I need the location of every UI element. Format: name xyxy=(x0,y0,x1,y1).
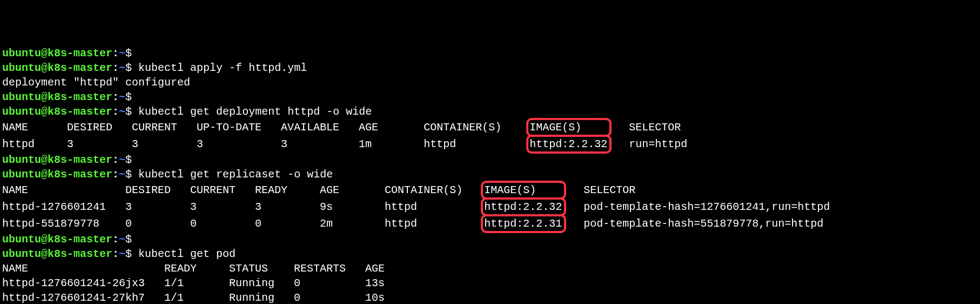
prompt-user: ubuntu@k8s-master xyxy=(2,233,112,246)
prompt-sep: : xyxy=(112,62,119,74)
prompt-user: ubuntu@k8s-master xyxy=(2,168,112,181)
prompt-path: ~ xyxy=(119,62,125,74)
deploy-header-images: IMAGE(S) xyxy=(529,121,607,134)
prompt-user: ubuntu@k8s-master xyxy=(2,105,112,118)
prompt-dollar: $ xyxy=(125,62,138,74)
highlight-rs-image1: httpd:2.2.32 xyxy=(481,197,566,216)
prompt-dollar: $ xyxy=(125,91,138,103)
prompt-path: ~ xyxy=(119,233,125,246)
rs-header-images: IMAGE(S) xyxy=(484,184,562,196)
cmd-get-deploy[interactable]: kubectl get deployment httpd -o wide xyxy=(138,105,372,118)
rs-row2-b: pod-template-hash=551879778,run=httpd xyxy=(564,217,823,230)
prompt-dollar: $ xyxy=(125,154,138,166)
prompt-user: ubuntu@k8s-master xyxy=(2,154,112,166)
rs-row1-image: httpd:2.2.32 xyxy=(484,201,562,213)
cmd-apply[interactable]: kubectl apply -f httpd.yml xyxy=(138,62,307,74)
prompt-path: ~ xyxy=(119,91,125,103)
rs-header-a: NAME DESIRED CURRENT READY AGE CONTAINER… xyxy=(2,184,482,196)
rs-row1-b: pod-template-hash=1276601241,run=httpd xyxy=(564,201,830,213)
highlight-deploy-image-value: httpd:2.2.32 xyxy=(526,135,612,154)
rs-row2-image: httpd:2.2.31 xyxy=(484,217,562,230)
prompt-sep: : xyxy=(112,105,119,118)
rs-header-b: SELECTOR xyxy=(564,184,635,196)
prompt-path: ~ xyxy=(119,168,125,181)
highlight-deploy-images-header: IMAGE(S) xyxy=(526,118,612,137)
prompt-path: ~ xyxy=(119,154,125,166)
terminal-window[interactable]: ubuntu@k8s-master:~$ ubuntu@k8s-master:~… xyxy=(0,29,980,304)
prompt-user: ubuntu@k8s-master xyxy=(2,91,112,103)
deploy-row-b: run=httpd xyxy=(609,138,687,150)
deploy-row-a: httpd 3 3 3 3 1m httpd xyxy=(2,138,527,150)
cmd-get-pod[interactable]: kubectl get pod xyxy=(138,248,236,260)
deploy-header-a: NAME DESIRED CURRENT UP-TO-DATE AVAILABL… xyxy=(2,121,527,134)
highlight-rs-images-header: IMAGE(S) xyxy=(481,181,566,200)
pod-header: NAME READY STATUS RESTARTS AGE xyxy=(2,262,385,275)
rs-row2-a: httpd-551879778 0 0 0 2m httpd xyxy=(2,217,482,230)
prompt-sep: : xyxy=(112,47,119,60)
prompt-user: ubuntu@k8s-master xyxy=(2,62,112,74)
prompt-path: ~ xyxy=(119,105,125,118)
rs-row1-a: httpd-1276601241 3 3 3 9s httpd xyxy=(2,201,482,213)
highlight-rs-image2: httpd:2.2.31 xyxy=(481,214,566,233)
prompt-dollar: $ xyxy=(125,248,138,260)
prompt-sep: : xyxy=(112,168,119,181)
output-apply: deployment "httpd" configured xyxy=(2,76,190,89)
prompt-path: ~ xyxy=(119,248,125,260)
prompt-sep: : xyxy=(112,248,119,260)
pod-row1: httpd-1276601241-26jx3 1/1 Running 0 13s xyxy=(2,277,385,289)
prompt-user: ubuntu@k8s-master xyxy=(2,47,112,60)
prompt-dollar: $ xyxy=(125,47,138,60)
prompt-dollar: $ xyxy=(125,233,138,246)
prompt-sep: : xyxy=(112,233,119,246)
prompt-path: ~ xyxy=(119,47,125,60)
prompt-dollar: $ xyxy=(125,105,138,118)
prompt-user: ubuntu@k8s-master xyxy=(2,248,112,260)
prompt-dollar: $ xyxy=(125,168,138,181)
pod-row2: httpd-1276601241-27kh7 1/1 Running 0 10s xyxy=(2,292,385,304)
deploy-row-image: httpd:2.2.32 xyxy=(529,138,607,150)
cmd-get-rs[interactable]: kubectl get replicaset -o wide xyxy=(138,168,333,181)
prompt-sep: : xyxy=(112,154,119,166)
prompt-sep: : xyxy=(112,91,119,103)
deploy-header-b: SELECTOR xyxy=(609,121,681,134)
